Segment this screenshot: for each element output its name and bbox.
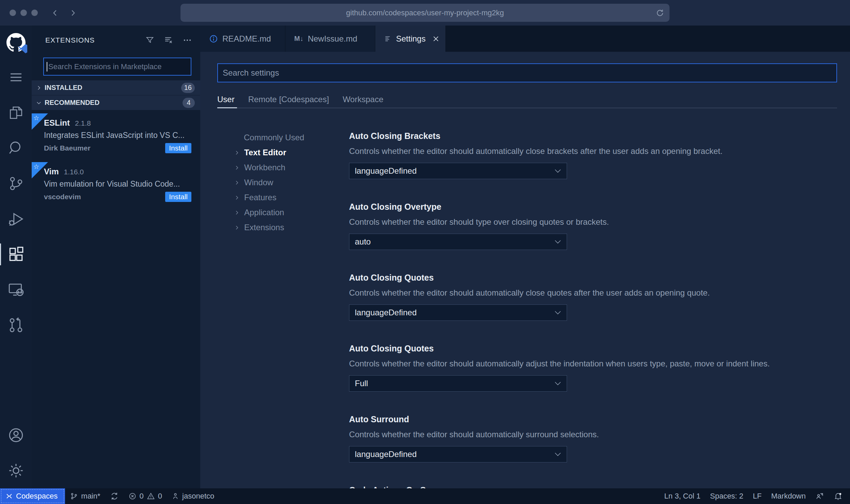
git-branch-icon [70,492,78,500]
recommended-star-icon: ☆ [32,113,48,130]
toc-item-features[interactable]: Features [234,190,349,205]
window-controls[interactable] [10,10,38,16]
user-status-item[interactable]: jasonetco [167,488,219,504]
chevron-right-icon [234,165,240,171]
window-maximize-button[interactable] [31,10,38,16]
setting-item: Auto Closing Overtype Controls whether t… [349,201,837,250]
info-icon [209,34,218,43]
setting-dropdown[interactable]: languageDefined [349,304,567,321]
setting-description: Controls whether the editor should type … [349,216,837,228]
vscode-workbench: EXTENSIONS INSTALLED 16 [0,26,850,488]
toc-item-workbench[interactable]: Workbench [234,160,349,175]
close-icon[interactable] [432,35,440,43]
run-debug-icon[interactable] [0,201,32,237]
toc-item-extensions[interactable]: Extensions [234,220,349,235]
explorer-icon[interactable] [0,95,32,130]
extensions-sidebar: EXTENSIONS INSTALLED 16 [32,26,200,488]
account-icon[interactable] [0,418,32,453]
toc-item-application[interactable]: Application [234,205,349,220]
settings-list: Auto Closing Brackets Controls whether t… [349,130,837,488]
scope-tab-user[interactable]: User [217,95,235,108]
tab-readme[interactable]: README.md [200,26,285,52]
section-label: RECOMMENDED [45,99,183,107]
tab-label: NewIssue.md [308,34,357,44]
window-minimize-button[interactable] [20,10,27,16]
section-installed[interactable]: INSTALLED 16 [32,80,200,95]
error-icon [128,492,137,500]
chevron-right-icon [234,180,240,186]
url-text: github.com/codespaces/user-my-project-mg… [346,9,504,17]
extension-version: 2.1.8 [75,119,91,127]
browser-back-icon[interactable] [51,9,60,17]
extension-search-box[interactable] [43,58,191,76]
extension-list-item[interactable]: ☆ Vim 1.16.0 Vim emulation for Visual St… [32,162,200,207]
notifications-bell-icon[interactable] [829,488,847,504]
source-control-icon[interactable] [0,166,32,201]
feedback-icon[interactable] [810,488,829,504]
browser-forward-icon[interactable] [68,9,77,17]
settings-gear-icon[interactable] [0,453,32,488]
section-label: INSTALLED [45,84,181,92]
clear-extension-search-icon[interactable] [163,35,174,45]
chevron-down-icon [36,100,42,106]
tab-label: README.md [222,34,271,44]
sidebar-title: EXTENSIONS [45,36,145,44]
section-recommended[interactable]: RECOMMENDED 4 [32,95,200,110]
remote-explorer-icon[interactable] [0,272,32,308]
window-close-button[interactable] [10,10,16,16]
setting-title: Auto Surround [349,413,837,425]
menu-icon[interactable] [0,60,32,95]
chevron-down-icon [554,311,561,315]
more-actions-icon[interactable] [183,35,192,45]
setting-value: auto [355,237,554,247]
extension-version: 1.16.0 [64,168,84,176]
language-mode-item[interactable]: Markdown [767,488,810,504]
setting-title: Code Actions On Save [349,484,837,488]
search-icon[interactable] [0,130,32,166]
filter-icon[interactable] [145,35,155,45]
cursor-position-item[interactable]: Ln 3, Col 1 [660,488,705,504]
problems-status-item[interactable]: 0 0 [124,488,167,504]
recommended-count-badge: 4 [183,98,195,108]
toc-item-commonly-used[interactable]: Commonly Used [234,130,349,145]
tab-bar: README.md M↓ NewIssue.md Settings [200,26,850,52]
chevron-down-icon [554,240,561,244]
branch-status-item[interactable]: main* [65,488,105,504]
settings-search-input[interactable] [217,63,837,82]
setting-title: Auto Closing Brackets [349,130,837,142]
install-button[interactable]: Install [165,143,191,153]
tab-newissue[interactable]: M↓ NewIssue.md [285,26,375,52]
codespaces-status-button[interactable]: Codespaces [0,488,65,504]
extension-publisher: vscodevim [44,193,165,201]
toc-item-text-editor[interactable]: Text Editor [234,145,349,160]
sync-status-item[interactable] [105,488,124,504]
install-button[interactable]: Install [165,192,191,202]
eol-item[interactable]: LF [748,488,767,504]
tab-settings[interactable]: Settings [375,26,446,52]
setting-description: Controls whether the editor should autom… [349,428,837,441]
pull-requests-icon[interactable] [0,308,32,343]
setting-item: Auto Surround Controls whether the edito… [349,413,837,462]
scope-tab-workspace[interactable]: Workspace [343,95,383,108]
settings-editor-icon [384,35,392,43]
extension-list-item[interactable]: ☆ ESLint 2.1.8 Integrates ESLint JavaScr… [32,113,200,159]
setting-item: Auto Closing Quotes Controls whether the… [349,343,837,392]
setting-dropdown[interactable]: Full [349,375,567,392]
setting-description: Controls whether the editor should autom… [349,358,837,370]
vscode-logo-icon [18,44,28,53]
reload-icon[interactable] [656,9,664,17]
tab-label: Settings [396,34,426,44]
setting-dropdown[interactable]: languageDefined [349,446,567,462]
setting-dropdown[interactable]: auto [349,234,567,250]
setting-title: Auto Closing Quotes [349,272,837,283]
setting-value: languageDefined [355,450,554,459]
setting-dropdown[interactable]: languageDefined [349,163,567,179]
extension-search-input[interactable] [48,62,191,71]
username: jasonetco [182,492,214,501]
toc-item-window[interactable]: Window [234,175,349,190]
person-icon [172,492,179,500]
scope-tab-remote[interactable]: Remote [Codespaces] [248,95,329,108]
address-bar[interactable]: github.com/codespaces/user-my-project-mg… [180,4,670,22]
extensions-icon[interactable] [0,237,32,272]
indentation-item[interactable]: Spaces: 2 [705,488,748,504]
